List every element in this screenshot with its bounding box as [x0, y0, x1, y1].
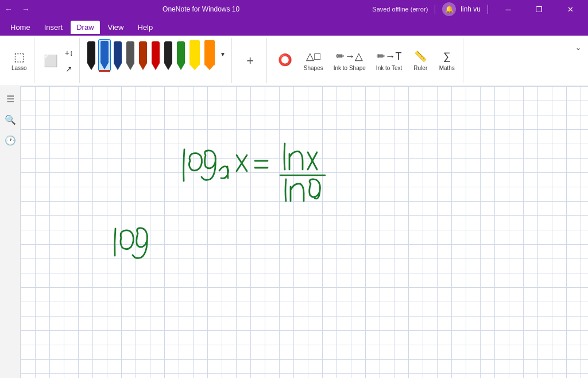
lasso-button[interactable]: ⬚ Lasso [8, 44, 30, 78]
menu-home[interactable]: Home [5, 21, 36, 34]
minimize-button[interactable]: ─ [495, 0, 521, 18]
pen-dark[interactable] [163, 39, 174, 71]
pen-more-button[interactable]: ▼ [218, 47, 228, 61]
tool-buttons: ⬜ +↕ ↗ [40, 38, 76, 83]
sidebar: ☰ 🔍 🕐 [0, 86, 21, 378]
shapes-button[interactable]: △□ Shapes [299, 43, 328, 79]
menu-help[interactable]: Help [132, 21, 159, 34]
note-canvas[interactable] [21, 86, 588, 378]
titlebar-nav: ← → [5, 5, 30, 14]
ribbon-group-add: + [234, 38, 267, 83]
pen-gray[interactable] [125, 39, 136, 71]
save-status: Saved offline (error) [372, 6, 428, 13]
app-body: ☰ 🔍 🕐 [0, 86, 588, 378]
pen-navy[interactable] [112, 39, 123, 71]
pen-swatches: ▼ [86, 38, 228, 72]
lasso-icon: ⬚ [14, 50, 25, 64]
pen-green[interactable] [175, 39, 187, 71]
lasso-select-icon: ⭕ [278, 53, 292, 67]
menu-view[interactable]: View [102, 21, 130, 34]
ribbon-group-pens: ▼ [82, 38, 232, 83]
select-tools: ⬚ Lasso [8, 38, 30, 83]
maths-icon: ∑ [443, 51, 451, 63]
ribbon: ⬚ Lasso ⬜ +↕ ↗ [0, 36, 588, 86]
sidebar-search-icon[interactable]: 🔍 [2, 111, 18, 128]
restore-button[interactable]: ❐ [526, 0, 552, 18]
pen-brown[interactable] [137, 39, 149, 71]
back-button[interactable]: ← [5, 5, 13, 14]
shapes-icon: △□ [306, 50, 320, 63]
expand-ribbon-button[interactable]: ⌄ [573, 40, 583, 55]
ink-to-shape-icon: ✏→△ [336, 50, 363, 63]
eraser-icon: ⬜ [44, 54, 58, 68]
ruler-button[interactable]: 📏 Ruler [408, 43, 433, 79]
insert-shape-button[interactable]: + [238, 43, 263, 79]
close-button[interactable]: ✕ [557, 0, 583, 18]
pen-black[interactable] [86, 39, 97, 71]
titlebar: ← → OneNote for Windows 10 Saved offline… [0, 0, 588, 18]
plus-icon: + [246, 53, 254, 68]
ink-to-text-button[interactable]: ✏→T Ink to Text [372, 43, 407, 79]
ribbon-group-tools: ⬜ +↕ ↗ [37, 38, 80, 83]
app-title: OneNote for Windows 10 [30, 5, 372, 13]
ink-to-shape-button[interactable]: ✏→△ Ink to Shape [329, 43, 370, 79]
bell-icon[interactable]: 🔔 [442, 2, 456, 16]
ruler-icon: 📏 [414, 50, 427, 63]
ribbon-group-select: ⬚ Lasso [5, 38, 34, 83]
pen-blue-selected[interactable] [98, 39, 111, 71]
convert-buttons: ⭕ △□ Shapes ✏→△ Ink to Shape ✏→T Ink to … [273, 38, 459, 83]
add-buttons: + [238, 38, 263, 83]
sidebar-history-icon[interactable]: 🕐 [2, 132, 18, 148]
maths-button[interactable]: ∑ Maths [434, 43, 459, 79]
titlebar-controls: Saved offline (error) 🔔 linh vu ─ ❐ ✕ [372, 0, 583, 18]
menu-draw[interactable]: Draw [71, 21, 99, 34]
lasso-select-button[interactable]: ⭕ [273, 43, 298, 79]
forward-button[interactable]: → [22, 5, 30, 14]
ribbon-group-convert: ⭕ △□ Shapes ✏→△ Ink to Shape ✏→T Ink to … [269, 38, 463, 83]
user-name: linh vu [461, 5, 481, 13]
divider [435, 5, 435, 14]
ink-to-text-icon: ✏→T [377, 50, 402, 63]
menu-insert[interactable]: Insert [38, 21, 69, 34]
expand-icon: ↗ [65, 64, 72, 74]
handwriting-area [21, 86, 588, 378]
eraser-button[interactable]: ⬜ [40, 44, 61, 78]
sidebar-notebooks-icon[interactable]: ☰ [2, 91, 18, 107]
add-space-icon: +↕ [65, 48, 74, 57]
pen-yellow[interactable] [188, 39, 202, 71]
pen-red[interactable] [150, 39, 161, 71]
menubar: Home Insert Draw View Help [0, 18, 588, 36]
pen-orange[interactable] [203, 39, 216, 71]
add-space-button[interactable]: +↕ [63, 45, 76, 60]
divider2 [488, 5, 488, 14]
expand-button[interactable]: ↗ [63, 61, 76, 76]
